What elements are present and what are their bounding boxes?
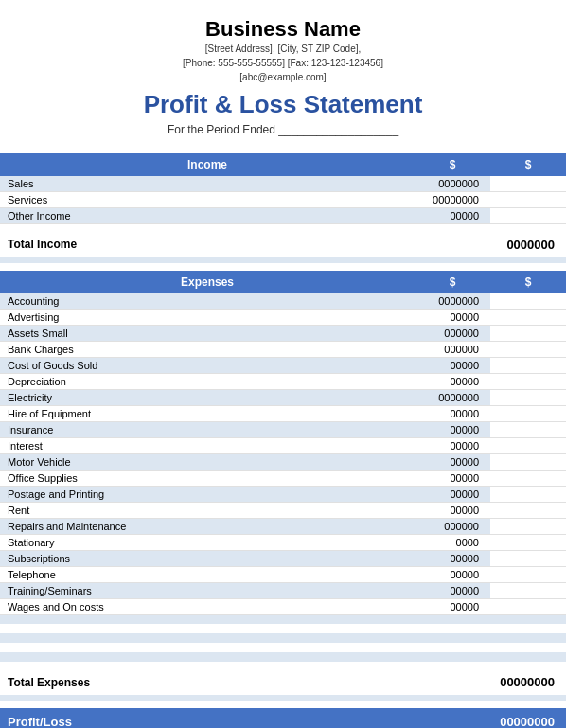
expense-row-electricity: Electricity 0000000 bbox=[0, 389, 566, 405]
income-col2-other bbox=[490, 208, 566, 224]
expense-col2-stationary bbox=[490, 534, 566, 550]
expense-label-training: Training/Seminars bbox=[0, 582, 415, 598]
profit-loss-label: Profit/Loss bbox=[0, 708, 415, 728]
income-col2-sales bbox=[490, 176, 566, 192]
income-label-sales: Sales bbox=[0, 176, 415, 192]
income-label-other: Other Income bbox=[0, 208, 415, 224]
income-row-sales: Sales 0000000 bbox=[0, 176, 566, 192]
final-spacer bbox=[0, 701, 566, 708]
expense-label-electricity: Electricity bbox=[0, 389, 415, 405]
expense-value-office-supplies: 00000 bbox=[415, 470, 490, 486]
expenses-spacer bbox=[0, 662, 566, 669]
expense-row-motor-vehicle: Motor Vehicle 00000 bbox=[0, 453, 566, 470]
total-expenses-col1 bbox=[415, 669, 490, 695]
expense-label-rent: Rent bbox=[0, 502, 415, 518]
expense-col2-postage bbox=[490, 486, 566, 502]
total-expenses-row: Total Expenses 00000000 bbox=[0, 669, 566, 695]
expense-value-advertising: 00000 bbox=[415, 309, 490, 325]
expense-row-hire-equipment: Hire of Equipment 00000 bbox=[0, 405, 566, 421]
expense-col2-cogs bbox=[490, 357, 566, 373]
expense-label-advertising: Advertising bbox=[0, 309, 415, 325]
expense-value-postage: 00000 bbox=[415, 486, 490, 502]
expense-row-training: Training/Seminars 00000 bbox=[0, 582, 566, 598]
spacer-between bbox=[0, 263, 566, 271]
income-header-row: Income $ $ bbox=[0, 153, 566, 176]
expense-col2-office-supplies bbox=[490, 470, 566, 486]
total-expenses-label: Total Expenses bbox=[0, 669, 415, 695]
expense-value-depreciation: 00000 bbox=[415, 373, 490, 389]
income-header-label: Income bbox=[0, 153, 415, 176]
report-title: Profit & Loss Statement bbox=[19, 90, 547, 119]
period-label: For the Period Ended ___________________ bbox=[19, 123, 547, 136]
total-income-col1 bbox=[415, 232, 490, 257]
expense-label-repairs: Repairs and Maintenance bbox=[0, 518, 415, 534]
expenses-header-label: Expenses bbox=[0, 271, 415, 293]
expense-label-cogs: Cost of Goods Sold bbox=[0, 357, 415, 373]
expense-value-motor-vehicle: 00000 bbox=[415, 453, 490, 470]
income-row-other: Other Income 00000 bbox=[0, 208, 566, 224]
address-line2: [Phone: 555-555-55555] [Fax: 123-123-123… bbox=[19, 56, 547, 70]
expense-value-wages: 00000 bbox=[415, 598, 490, 614]
expense-col2-hire-equipment bbox=[490, 405, 566, 421]
expenses-header-row: Expenses $ $ bbox=[0, 271, 566, 293]
expense-label-office-supplies: Office Supplies bbox=[0, 470, 415, 486]
expense-col2-rent bbox=[490, 502, 566, 518]
expense-value-interest: 00000 bbox=[415, 437, 490, 453]
expense-label-stationary: Stationary bbox=[0, 534, 415, 550]
blank-row-3 bbox=[0, 633, 566, 643]
expense-label-assets-small: Assets Small bbox=[0, 325, 415, 341]
expense-col2-assets-small bbox=[490, 325, 566, 341]
income-table: Income $ $ Sales 0000000 Services 000000… bbox=[0, 153, 566, 728]
expense-row-bank-charges: Bank Charges 000000 bbox=[0, 341, 566, 357]
expense-row-subscriptions: Subscriptions 00000 bbox=[0, 550, 566, 566]
header-section: Business Name [Street Address], [City, S… bbox=[0, 0, 566, 153]
expense-label-postage: Postage and Printing bbox=[0, 486, 415, 502]
total-income-row: Total Income 0000000 bbox=[0, 232, 566, 257]
income-col1-header: $ bbox=[415, 153, 490, 176]
income-value-sales: 0000000 bbox=[415, 176, 490, 192]
expense-col2-bank-charges bbox=[490, 341, 566, 357]
email-line: [abc@example.com] bbox=[19, 70, 547, 84]
expense-col2-motor-vehicle bbox=[490, 453, 566, 470]
total-income-value: 0000000 bbox=[490, 232, 566, 257]
expenses-col2-header: $ bbox=[490, 271, 566, 293]
total-income-label: Total Income bbox=[0, 232, 415, 257]
blank-row-1 bbox=[0, 614, 566, 624]
expense-value-assets-small: 000000 bbox=[415, 325, 490, 341]
profit-loss-row: Profit/Loss 00000000 bbox=[0, 708, 566, 728]
income-label-services: Services bbox=[0, 192, 415, 208]
expense-label-accounting: Accounting bbox=[0, 293, 415, 310]
expense-col2-wages bbox=[490, 598, 566, 614]
expense-value-accounting: 0000000 bbox=[415, 293, 490, 310]
expense-col2-depreciation bbox=[490, 373, 566, 389]
profit-loss-col1 bbox=[415, 708, 490, 728]
expense-value-telephone: 00000 bbox=[415, 566, 490, 582]
expense-label-interest: Interest bbox=[0, 437, 415, 453]
expense-row-stationary: Stationary 0000 bbox=[0, 534, 566, 550]
expense-col2-repairs bbox=[490, 518, 566, 534]
income-value-services: 00000000 bbox=[415, 192, 490, 208]
expense-value-bank-charges: 000000 bbox=[415, 341, 490, 357]
expense-row-accounting: Accounting 0000000 bbox=[0, 293, 566, 310]
expense-row-insurance: Insurance 00000 bbox=[0, 421, 566, 437]
expense-col2-interest bbox=[490, 437, 566, 453]
expense-col2-insurance bbox=[490, 421, 566, 437]
blank-row-5 bbox=[0, 652, 566, 662]
expense-row-repairs: Repairs and Maintenance 000000 bbox=[0, 518, 566, 534]
total-expenses-value: 00000000 bbox=[490, 669, 566, 695]
expense-col2-subscriptions bbox=[490, 550, 566, 566]
expense-col2-training bbox=[490, 582, 566, 598]
expense-label-hire-equipment: Hire of Equipment bbox=[0, 405, 415, 421]
income-value-other: 00000 bbox=[415, 208, 490, 224]
expense-row-telephone: Telephone 00000 bbox=[0, 566, 566, 582]
expense-value-subscriptions: 00000 bbox=[415, 550, 490, 566]
expense-row-depreciation: Depreciation 00000 bbox=[0, 373, 566, 389]
expense-label-telephone: Telephone bbox=[0, 566, 415, 582]
business-name: Business Name bbox=[19, 17, 547, 42]
expense-label-depreciation: Depreciation bbox=[0, 373, 415, 389]
expense-row-advertising: Advertising 00000 bbox=[0, 309, 566, 325]
expense-label-motor-vehicle: Motor Vehicle bbox=[0, 453, 415, 470]
blank-row-2 bbox=[0, 624, 566, 633]
expense-label-bank-charges: Bank Charges bbox=[0, 341, 415, 357]
expense-col2-accounting bbox=[490, 293, 566, 310]
